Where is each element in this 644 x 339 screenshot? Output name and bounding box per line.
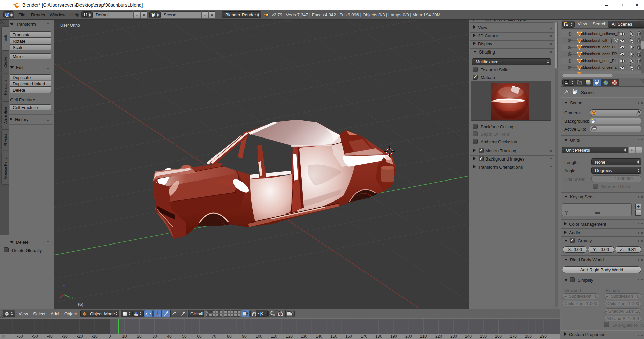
svg-text:130: 130 <box>301 334 307 339</box>
svg-text:170: 170 <box>361 334 367 339</box>
svg-text:30: 30 <box>152 334 157 339</box>
svg-text:z: z <box>63 282 65 287</box>
svg-text:60: 60 <box>197 334 202 339</box>
svg-text:290: 290 <box>540 334 547 339</box>
svg-text:-20: -20 <box>77 334 83 339</box>
svg-text:160: 160 <box>345 334 352 339</box>
svg-text:-60: -60 <box>17 334 23 339</box>
svg-text:250: 250 <box>480 334 487 339</box>
svg-text:-40: -40 <box>47 334 53 339</box>
svg-text:140: 140 <box>316 334 322 339</box>
svg-text:20: 20 <box>137 334 142 339</box>
svg-text:80: 80 <box>227 334 232 339</box>
svg-text:-10: -10 <box>92 334 98 339</box>
svg-text:-30: -30 <box>62 334 68 339</box>
svg-text:180: 180 <box>375 334 382 339</box>
svg-text:40: 40 <box>167 334 172 339</box>
svg-text:100: 100 <box>256 334 262 339</box>
svg-text:10: 10 <box>122 334 127 339</box>
svg-text:190: 190 <box>390 334 397 339</box>
svg-text:(6): (6) <box>78 302 83 307</box>
svg-text:50: 50 <box>182 334 187 339</box>
svg-text:110: 110 <box>271 334 277 339</box>
svg-text:240: 240 <box>465 334 472 339</box>
svg-text:230: 230 <box>450 334 457 339</box>
svg-text:210: 210 <box>420 334 427 339</box>
svg-text:0: 0 <box>109 334 111 339</box>
svg-text:270: 270 <box>510 334 517 339</box>
svg-text:150: 150 <box>330 334 337 339</box>
svg-text:70: 70 <box>212 334 216 339</box>
svg-text:-50: -50 <box>32 334 38 339</box>
svg-text:220: 220 <box>435 334 442 339</box>
svg-text:260: 260 <box>495 334 502 339</box>
svg-text:280: 280 <box>525 334 532 339</box>
svg-text:200: 200 <box>405 334 412 339</box>
svg-text:120: 120 <box>286 334 293 339</box>
svg-text:y: y <box>71 295 73 299</box>
svg-text:90: 90 <box>242 334 247 339</box>
svg-text:User Ortho: User Ortho <box>60 23 80 28</box>
